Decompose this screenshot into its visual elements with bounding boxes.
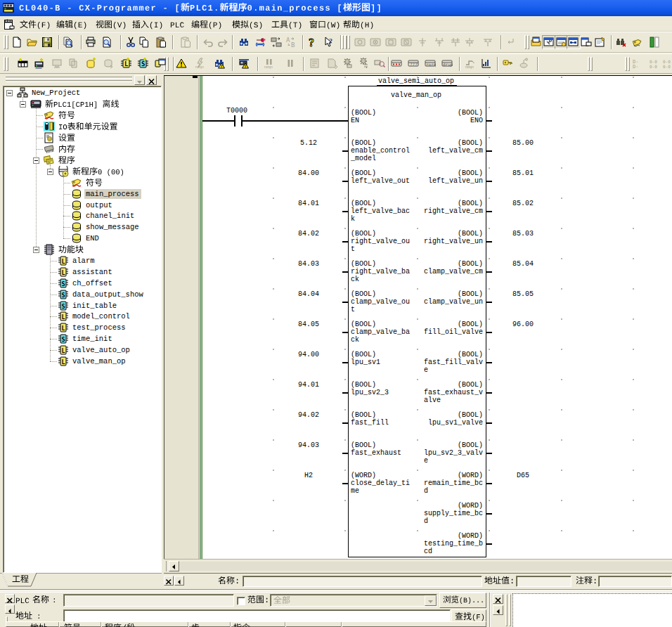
svg-text:?: ? xyxy=(329,37,332,45)
svg-text:L: L xyxy=(124,60,129,67)
svg-text:drup: drup xyxy=(443,62,453,67)
svg-text:S: S xyxy=(141,60,145,67)
svg-text:D-: D- xyxy=(633,64,638,69)
svg-text:???: ??? xyxy=(410,62,418,67)
svg-text:rorqn: rorqn xyxy=(264,65,273,69)
svg-text:S: S xyxy=(62,336,65,343)
svg-text:L: L xyxy=(62,358,65,366)
svg-text:rorqn: rorqn xyxy=(426,62,436,67)
svg-text:B: B xyxy=(291,41,295,48)
svg-text:0-0: 0-0 xyxy=(650,59,657,64)
svg-text:L: L xyxy=(62,325,65,332)
svg-text:0-0: 0-0 xyxy=(650,64,657,69)
svg-text:S: S xyxy=(62,292,65,299)
svg-text:?: ? xyxy=(309,37,314,48)
svg-text:0-0: 0-0 xyxy=(663,59,671,64)
svg-text:L: L xyxy=(62,269,65,276)
svg-text:A: A xyxy=(286,37,290,44)
svg-text:L: L xyxy=(62,347,65,354)
svg-text:rorqn: rorqn xyxy=(195,65,204,69)
svg-text:S: S xyxy=(62,280,65,287)
svg-text:L: L xyxy=(62,258,65,265)
svg-text:rorqn: rorqn xyxy=(465,65,474,69)
svg-text:L: L xyxy=(62,314,65,321)
svg-text:0-0: 0-0 xyxy=(663,64,671,69)
svg-text:S: S xyxy=(62,303,65,310)
